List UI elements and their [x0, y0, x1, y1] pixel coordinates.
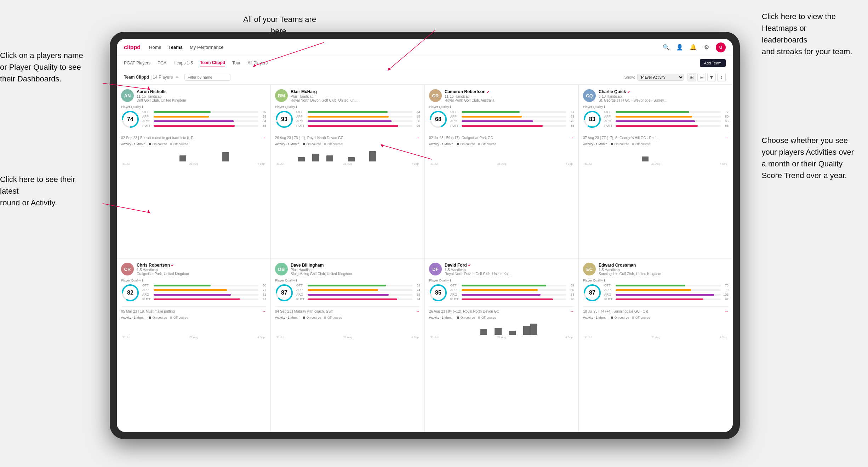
- quality-label: Player Quality ℹ: [275, 105, 420, 109]
- subtab-hcaps[interactable]: Hcaps 1-5: [173, 59, 193, 67]
- player-name[interactable]: Chris Robertson ✔: [137, 263, 266, 268]
- stat-row: PUTT 85: [142, 124, 266, 127]
- filter-input[interactable]: [184, 74, 230, 81]
- player-club: Royal North Devon Golf Club, United Kin.…: [291, 98, 420, 102]
- stat-row: OTT 89: [450, 284, 574, 287]
- latest-round[interactable]: 02 Jul 23 | 59 (+17), Craigmillar Park G…: [429, 133, 574, 140]
- filter-view-icon[interactable]: ▼: [707, 73, 716, 81]
- stat-row: APP 74: [296, 288, 420, 292]
- latest-round[interactable]: 18 Jul 23 | 74 (+4), Sunningdale GC - Ol…: [583, 306, 729, 314]
- nav-performance[interactable]: My Performance: [190, 43, 223, 51]
- player-name[interactable]: Aaron Nicholls: [137, 89, 266, 94]
- navbar: clippd Home Teams My Performance 🔍 👤 🔔 ⚙…: [117, 39, 733, 56]
- grid-view-icon[interactable]: ⊞: [687, 73, 696, 81]
- activity-period-label: Activity · 1 Month: [275, 316, 299, 319]
- quality-section: 82 OTT 60 APP 77 ARG: [121, 284, 266, 302]
- score-circle[interactable]: 93: [275, 110, 293, 129]
- stat-row: PUTT 95: [296, 124, 420, 127]
- add-team-button[interactable]: Add Team: [700, 59, 726, 67]
- stat-row: PUTT 86: [604, 124, 729, 127]
- round-arrow-icon: →: [262, 135, 266, 140]
- bell-icon[interactable]: 🔔: [689, 43, 697, 52]
- settings-view-icon[interactable]: ↕: [717, 73, 726, 81]
- profile-icon[interactable]: 👤: [675, 43, 684, 52]
- off-course-legend: Off course: [327, 142, 342, 146]
- player-header: CR Chris Robertson ✔ 1-5 Handicap Craigm…: [121, 263, 266, 276]
- player-name[interactable]: Charlie Quick ✔: [599, 89, 729, 94]
- quality-label: Player Quality ℹ: [121, 279, 266, 282]
- activity-period-label: Activity · 1 Month: [429, 142, 453, 146]
- stat-row: ARG 88: [296, 119, 420, 123]
- round-arrow-icon: →: [570, 135, 574, 140]
- score-circle[interactable]: 68: [429, 110, 447, 129]
- activity-section: Activity · 1 Month On course Off course …: [275, 316, 420, 340]
- nav-icons: 🔍 👤 🔔 ⚙ U: [662, 42, 726, 52]
- player-name[interactable]: Blair McHarg: [291, 89, 420, 94]
- activity-chart: 31 Jul21 Aug4 Sep: [275, 321, 420, 340]
- latest-round[interactable]: 07 Aug 23 | 77 (+7), St George's Hill GC…: [583, 133, 729, 140]
- stat-row: PUTT 94: [296, 297, 420, 301]
- off-course-dot: [170, 317, 172, 319]
- on-course-dot: [303, 317, 305, 319]
- player-header: DF David Ford ✔ 1-5 Handicap Royal North…: [429, 263, 574, 276]
- subtab-team-clippd[interactable]: Team Clippd: [200, 59, 225, 67]
- player-handicap: 1-5 Handicap: [599, 268, 729, 272]
- latest-round[interactable]: 02 Sep 23 | Sunset round to get back int…: [121, 133, 266, 140]
- stat-row: OTT 73: [604, 284, 729, 287]
- score-circle[interactable]: 87: [275, 284, 293, 302]
- latest-round[interactable]: 26 Aug 23 | 73 (+1), Royal North Devon G…: [275, 133, 420, 140]
- activity-section: Activity · 1 Month On course Off course …: [583, 316, 729, 340]
- off-course-dot: [478, 317, 480, 319]
- settings-icon[interactable]: ⚙: [702, 43, 711, 52]
- stat-row: OTT 84: [296, 110, 420, 114]
- show-select[interactable]: Player Activity Quality Score Trend: [637, 74, 684, 81]
- quality-section: 68 OTT 61 APP 63 ARG: [429, 110, 574, 129]
- activity-period-label: Activity · 1 Month: [121, 316, 145, 319]
- stat-row: PUTT 92: [604, 297, 729, 301]
- score-circle[interactable]: 87: [583, 284, 601, 302]
- stat-row: OTT 61: [450, 110, 574, 114]
- stat-row: OTT 77: [604, 110, 729, 114]
- quality-section: 93 OTT 84 APP 85 ARG: [275, 110, 420, 129]
- stat-row: APP 80: [450, 288, 574, 292]
- nav-home[interactable]: Home: [149, 43, 161, 51]
- ipad-screen: clippd Home Teams My Performance 🔍 👤 🔔 ⚙…: [117, 39, 733, 432]
- latest-round[interactable]: 04 Sep 23 | Mobility with coach, Gym →: [275, 306, 420, 314]
- activity-period-label: Activity · 1 Month: [429, 316, 453, 319]
- player-header: DB Dave Billingham Plus Handicap Slaig M…: [275, 263, 420, 276]
- table-view-icon[interactable]: ⊟: [697, 73, 706, 81]
- score-circle[interactable]: 83: [583, 110, 601, 129]
- score-circle[interactable]: 82: [121, 284, 139, 302]
- on-course-legend: On course: [461, 316, 475, 319]
- off-course-legend: Off course: [635, 316, 650, 319]
- player-name[interactable]: Dave Billingham: [291, 263, 420, 268]
- player-club: St. George's Hill GC - Weybridge - Surre…: [599, 98, 729, 102]
- quality-section: 74 OTT 60 APP 58 ARG: [121, 110, 266, 129]
- search-icon[interactable]: 🔍: [662, 43, 670, 52]
- subtab-tour[interactable]: Tour: [232, 59, 240, 67]
- score-circle[interactable]: 85: [429, 284, 447, 302]
- subtab-pga[interactable]: PGA: [158, 59, 166, 67]
- latest-round[interactable]: 05 Mar 23 | 19, Must make putting →: [121, 306, 266, 314]
- off-course-dot: [170, 143, 172, 145]
- subtab-all-players[interactable]: All Players: [247, 59, 268, 67]
- player-name[interactable]: Cameron Robertson ✔: [445, 89, 574, 94]
- subtab-pgat[interactable]: PGAT Players: [124, 59, 150, 67]
- round-arrow-icon: →: [416, 135, 420, 140]
- player-club: Royal North Devon Golf Club, United Kni.…: [445, 272, 574, 276]
- player-card: CR Cameron Robertson ✔ 11-15 Handicap Ro…: [425, 85, 579, 258]
- player-name[interactable]: David Ford ✔: [445, 263, 574, 268]
- nav-teams[interactable]: Teams: [169, 43, 183, 51]
- edit-team-icon[interactable]: ✏: [176, 75, 179, 80]
- player-name[interactable]: Edward Crossman: [599, 263, 729, 268]
- off-course-dot: [478, 143, 480, 145]
- score-circle[interactable]: 74: [121, 110, 139, 129]
- avatar-icon[interactable]: U: [716, 42, 726, 52]
- quality-label: Player Quality ℹ: [429, 105, 574, 109]
- activity-chart: 31 Jul21 Aug4 Sep: [121, 321, 266, 340]
- quality-label: Player Quality ℹ: [429, 279, 574, 282]
- latest-round[interactable]: 26 Aug 23 | 84 (+12), Royal North Devon …: [429, 306, 574, 314]
- nav-logo[interactable]: clippd: [124, 44, 141, 51]
- stat-row: APP 58: [142, 115, 266, 118]
- player-club: Drift Golf Club, United Kingdom: [137, 98, 266, 102]
